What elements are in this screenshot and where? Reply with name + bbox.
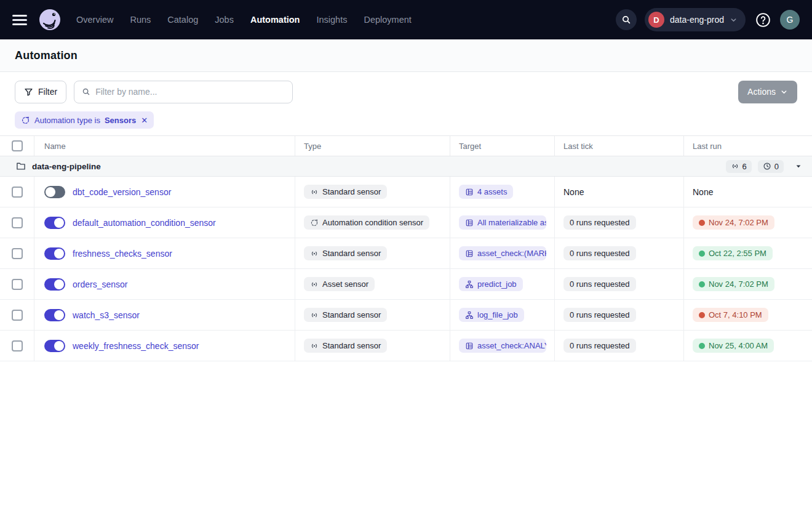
name-filter-input[interactable] bbox=[95, 87, 285, 97]
last-run-pill[interactable]: Oct 7, 4:10 PM bbox=[693, 308, 768, 322]
sensor-name-link[interactable]: weekly_freshness_check_sensor bbox=[73, 341, 199, 351]
run-status-dot bbox=[699, 343, 705, 349]
filter-button-label: Filter bbox=[38, 87, 57, 97]
type-cell: Standard sensor bbox=[295, 331, 450, 361]
active-filters-row: Automation type is Sensors ✕ bbox=[0, 111, 812, 136]
sensor-type-label: Standard sensor bbox=[322, 249, 381, 258]
last-run-pill[interactable]: Nov 25, 4:00 AM bbox=[693, 339, 774, 353]
nav-runs[interactable]: Runs bbox=[130, 15, 151, 25]
collapse-caret-icon[interactable] bbox=[795, 163, 802, 170]
target-pill[interactable]: asset_check:(MARK bbox=[459, 246, 546, 260]
row-checkbox-cell bbox=[0, 238, 34, 268]
asset-icon bbox=[465, 249, 474, 258]
help-icon[interactable] bbox=[754, 10, 772, 29]
table-row: watch_s3_sensorStandard sensorlog_file_j… bbox=[0, 300, 812, 331]
last-run-cell: Nov 25, 4:00 AM bbox=[684, 331, 812, 361]
dagster-logo-icon[interactable] bbox=[37, 7, 63, 33]
asset-icon bbox=[465, 219, 474, 227]
run-status-dot bbox=[699, 251, 705, 257]
sensor-type-pill: Standard sensor bbox=[304, 185, 387, 199]
row-checkbox-cell bbox=[0, 331, 34, 361]
sensor-type-label: Standard sensor bbox=[322, 187, 381, 196]
type-cell: Asset sensor bbox=[295, 269, 450, 299]
target-pill[interactable]: 4 assets bbox=[459, 185, 513, 199]
last-tick-pill: 0 runs requested bbox=[563, 246, 636, 260]
sensor-icon bbox=[310, 188, 319, 196]
nav-deployment[interactable]: Deployment bbox=[364, 15, 411, 25]
target-pill[interactable]: predict_job bbox=[459, 277, 523, 291]
row-checkbox[interactable] bbox=[12, 187, 23, 198]
select-all-checkbox[interactable] bbox=[12, 140, 23, 151]
name-cell: orders_sensor bbox=[34, 269, 295, 299]
toggle-knob bbox=[54, 218, 64, 228]
search-icon[interactable] bbox=[616, 9, 637, 30]
last-run-label: Nov 24, 7:02 PM bbox=[709, 279, 768, 289]
sensor-type-label: Standard sensor bbox=[322, 310, 381, 319]
sensor-name-link[interactable]: dbt_code_version_sensor bbox=[73, 187, 171, 197]
sensor-toggle[interactable] bbox=[44, 278, 65, 291]
col-last-tick: Last tick bbox=[555, 136, 684, 156]
sensor-name-link[interactable]: freshness_checks_sensor bbox=[73, 249, 172, 259]
name-cell: weekly_freshness_check_sensor bbox=[34, 331, 295, 361]
close-icon[interactable]: ✕ bbox=[141, 116, 148, 125]
last-tick-cell: 0 runs requested bbox=[555, 238, 684, 268]
sensor-toggle[interactable] bbox=[44, 217, 65, 229]
clock-icon bbox=[763, 162, 771, 171]
last-run-pill[interactable]: Nov 24, 7:02 PM bbox=[693, 277, 774, 291]
name-cell: dbt_code_version_sensor bbox=[34, 177, 295, 207]
last-run-none: None bbox=[693, 187, 713, 197]
user-avatar[interactable]: G bbox=[780, 10, 800, 30]
header-checkbox-cell bbox=[0, 136, 34, 156]
workspace-badge: D bbox=[648, 12, 664, 28]
search-icon bbox=[82, 87, 90, 96]
nav-automation[interactable]: Automation bbox=[250, 15, 300, 25]
folder-icon bbox=[16, 161, 26, 171]
nav-jobs[interactable]: Jobs bbox=[215, 15, 234, 25]
row-checkbox-cell bbox=[0, 300, 34, 330]
sensor-name-link[interactable]: watch_s3_sensor bbox=[73, 310, 140, 320]
sensor-toggle[interactable] bbox=[44, 247, 65, 260]
row-checkbox[interactable] bbox=[12, 279, 23, 290]
toggle-knob bbox=[54, 310, 64, 320]
type-cell: Automation condition sensor bbox=[295, 207, 450, 238]
target-pill[interactable]: asset_check:ANALY bbox=[459, 339, 546, 353]
target-cell: 4 assets bbox=[450, 177, 555, 207]
nav-overview[interactable]: Overview bbox=[76, 15, 113, 25]
last-tick-pill: 0 runs requested bbox=[563, 339, 636, 353]
sensor-type-pill: Standard sensor bbox=[304, 339, 387, 353]
nav-insights[interactable]: Insights bbox=[316, 15, 347, 25]
automation-icon bbox=[310, 219, 319, 227]
nav-catalog[interactable]: Catalog bbox=[167, 15, 198, 25]
workspace-switcher[interactable]: D data-eng-prod bbox=[645, 8, 746, 31]
target-pill[interactable]: log_file_job bbox=[459, 308, 524, 322]
row-checkbox-cell bbox=[0, 177, 34, 207]
row-checkbox[interactable] bbox=[12, 217, 23, 228]
sensor-toggle[interactable] bbox=[44, 309, 65, 321]
workspace-name: data-eng-prod bbox=[670, 15, 724, 25]
run-status-dot bbox=[699, 312, 705, 318]
sensor-name-link[interactable]: default_automation_condition_sensor bbox=[73, 218, 216, 228]
row-checkbox[interactable] bbox=[12, 310, 23, 321]
last-run-pill[interactable]: Oct 22, 2:55 PM bbox=[693, 246, 773, 260]
schedule-count-badge: 0 bbox=[758, 160, 784, 173]
row-checkbox[interactable] bbox=[12, 248, 23, 259]
hamburger-menu-icon[interactable] bbox=[12, 12, 28, 28]
sensor-toggle[interactable] bbox=[44, 340, 65, 352]
sensor-name-link[interactable]: orders_sensor bbox=[73, 279, 128, 289]
col-name: Name bbox=[34, 136, 295, 156]
last-run-pill[interactable]: Nov 24, 7:02 PM bbox=[693, 215, 774, 230]
type-cell: Standard sensor bbox=[295, 177, 450, 207]
table-body: dbt_code_version_sensorStandard sensor4 … bbox=[0, 177, 812, 361]
actions-button[interactable]: Actions bbox=[738, 81, 797, 103]
repo-group-row[interactable]: data-eng-pipeline 6 0 bbox=[0, 156, 812, 177]
run-status-dot bbox=[699, 220, 705, 226]
target-cell: predict_job bbox=[450, 269, 555, 299]
name-cell: default_automation_condition_sensor bbox=[34, 207, 295, 238]
filter-tag-automation-type[interactable]: Automation type is Sensors ✕ bbox=[15, 111, 154, 129]
filter-button[interactable]: Filter bbox=[15, 81, 66, 103]
row-checkbox[interactable] bbox=[12, 340, 23, 351]
target-pill[interactable]: All materializable as bbox=[459, 215, 546, 230]
sensor-toggle[interactable] bbox=[44, 186, 65, 198]
name-filter-field bbox=[74, 81, 293, 103]
repo-group-name: data-eng-pipeline bbox=[32, 162, 101, 171]
